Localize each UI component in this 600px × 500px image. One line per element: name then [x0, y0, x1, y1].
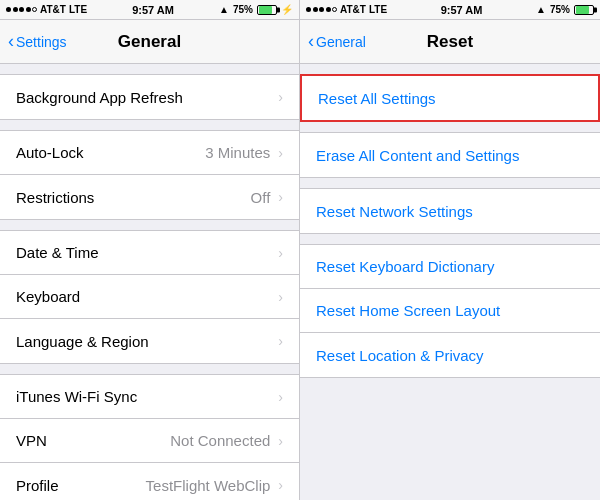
status-right-r: ▲ 75% [536, 4, 594, 15]
auto-lock-label: Auto-Lock [16, 144, 205, 161]
restrictions-cell[interactable]: Restrictions Off › [0, 175, 299, 219]
left-panel: AT&T LTE 9:57 AM ▲ 75% ⚡ ‹ Settings Gene… [0, 0, 300, 500]
chevron-icon: › [278, 477, 283, 493]
reset-location-cell[interactable]: Reset Location & Privacy [300, 333, 600, 377]
carrier-label: AT&T [40, 4, 66, 15]
profile-label: Profile [16, 477, 146, 494]
erase-all-cell[interactable]: Erase All Content and Settings [300, 133, 600, 177]
chevron-icon: › [278, 389, 283, 405]
chevron-icon: › [278, 289, 283, 305]
location-icon: ▲ [219, 4, 229, 15]
left-settings-list: Background App Refresh › Auto-Lock 3 Min… [0, 64, 299, 500]
chevron-icon: › [278, 89, 283, 105]
right-nav-title: Reset [427, 32, 473, 52]
dot3 [19, 7, 24, 12]
right-group2: Erase All Content and Settings [300, 132, 600, 178]
vpn-label: VPN [16, 432, 170, 449]
dot5 [32, 7, 37, 12]
carrier-label-r: AT&T [340, 4, 366, 15]
left-time: 9:57 AM [132, 4, 174, 16]
sep4 [0, 364, 299, 374]
dot1 [6, 7, 11, 12]
chevron-icon: › [278, 189, 283, 205]
left-nav-title: General [118, 32, 181, 52]
chevron-icon: › [278, 145, 283, 161]
battery-pct: 75% [233, 4, 253, 15]
chevron-icon: › [278, 245, 283, 261]
date-time-cell[interactable]: Date & Time › [0, 231, 299, 275]
battery-pct-r: 75% [550, 4, 570, 15]
left-group3: Date & Time › Keyboard › Language & Regi… [0, 230, 299, 364]
right-time: 9:57 AM [441, 4, 483, 16]
background-app-refresh-cell[interactable]: Background App Refresh › [0, 75, 299, 119]
reset-home-label: Reset Home Screen Layout [316, 302, 584, 319]
back-chevron-icon: ‹ [8, 32, 14, 50]
sep3 [0, 220, 299, 230]
language-region-cell[interactable]: Language & Region › [0, 319, 299, 363]
chevron-icon: › [278, 433, 283, 449]
right-group3: Reset Network Settings [300, 188, 600, 234]
language-region-label: Language & Region [16, 333, 278, 350]
reset-keyboard-label: Reset Keyboard Dictionary [316, 258, 584, 275]
network-label-r: LTE [369, 4, 387, 15]
right-settings-list: Reset All Settings Erase All Content and… [300, 64, 600, 500]
dot5r [332, 7, 337, 12]
right-panel: AT&T LTE 9:57 AM ▲ 75% ‹ General Reset R… [300, 0, 600, 500]
reset-home-cell[interactable]: Reset Home Screen Layout [300, 289, 600, 333]
reset-keyboard-cell[interactable]: Reset Keyboard Dictionary [300, 245, 600, 289]
rsep5 [300, 378, 600, 408]
left-back-label: Settings [16, 34, 67, 50]
restrictions-label: Restrictions [16, 189, 251, 206]
sep2 [0, 120, 299, 130]
dot4r [326, 7, 331, 12]
battery-fill-r [576, 6, 589, 14]
vpn-cell[interactable]: VPN Not Connected › [0, 419, 299, 463]
reset-network-cell[interactable]: Reset Network Settings [300, 189, 600, 233]
right-status-bar: AT&T LTE 9:57 AM ▲ 75% [300, 0, 600, 20]
background-app-refresh-label: Background App Refresh [16, 89, 278, 106]
auto-lock-cell[interactable]: Auto-Lock 3 Minutes › [0, 131, 299, 175]
erase-all-label: Erase All Content and Settings [316, 147, 584, 164]
keyboard-label: Keyboard [16, 288, 278, 305]
dot4 [26, 7, 31, 12]
left-nav-bar: ‹ Settings General [0, 20, 299, 64]
reset-location-label: Reset Location & Privacy [316, 347, 584, 364]
left-back-button[interactable]: ‹ Settings [8, 33, 67, 50]
date-time-label: Date & Time [16, 244, 278, 261]
right-nav-bar: ‹ General Reset [300, 20, 600, 64]
status-right: ▲ 75% ⚡ [219, 4, 293, 15]
dot3r [319, 7, 324, 12]
signal-dots-r [306, 7, 337, 12]
left-status-bar: AT&T LTE 9:57 AM ▲ 75% ⚡ [0, 0, 299, 20]
rsep3 [300, 178, 600, 188]
rsep2 [300, 122, 600, 132]
charging-icon: ⚡ [281, 4, 293, 15]
right-back-button[interactable]: ‹ General [308, 33, 366, 50]
left-group4: iTunes Wi-Fi Sync › VPN Not Connected › … [0, 374, 299, 500]
restrictions-value: Off [251, 189, 271, 206]
status-left-r: AT&T LTE [306, 4, 387, 15]
battery-fill [259, 6, 272, 14]
right-back-label: General [316, 34, 366, 50]
reset-all-settings-cell[interactable]: Reset All Settings [302, 76, 598, 120]
left-group1: Background App Refresh › [0, 74, 299, 120]
status-left: AT&T LTE [6, 4, 87, 15]
vpn-value: Not Connected [170, 432, 270, 449]
itunes-wifi-sync-label: iTunes Wi-Fi Sync [16, 388, 278, 405]
itunes-wifi-sync-cell[interactable]: iTunes Wi-Fi Sync › [0, 375, 299, 419]
reset-network-label: Reset Network Settings [316, 203, 584, 220]
rsep1 [300, 64, 600, 74]
reset-all-settings-label: Reset All Settings [318, 90, 582, 107]
dot2 [13, 7, 18, 12]
location-icon-r: ▲ [536, 4, 546, 15]
profile-value: TestFlight WebClip [146, 477, 271, 494]
sep1 [0, 64, 299, 74]
left-group2: Auto-Lock 3 Minutes › Restrictions Off › [0, 130, 299, 220]
signal-dots [6, 7, 37, 12]
right-group4: Reset Keyboard Dictionary Reset Home Scr… [300, 244, 600, 378]
auto-lock-value: 3 Minutes [205, 144, 270, 161]
dot2r [313, 7, 318, 12]
keyboard-cell[interactable]: Keyboard › [0, 275, 299, 319]
dot1r [306, 7, 311, 12]
profile-cell[interactable]: Profile TestFlight WebClip › [0, 463, 299, 500]
